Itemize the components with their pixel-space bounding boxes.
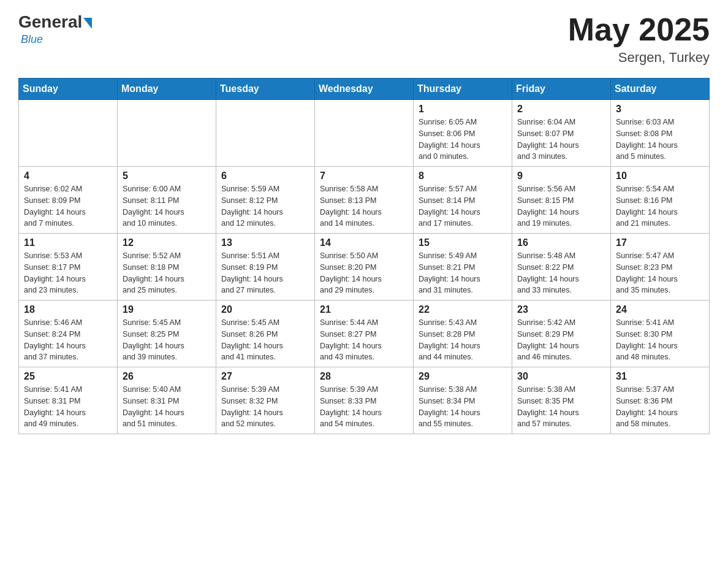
day-number: 28 [320, 371, 408, 382]
col-tuesday: Tuesday [216, 79, 315, 100]
calendar-cell-4-4: 29Sunrise: 5:38 AMSunset: 8:34 PMDayligh… [414, 367, 512, 434]
calendar-cell-1-3: 7Sunrise: 5:58 AMSunset: 8:13 PMDaylight… [315, 167, 414, 234]
calendar-header-row: Sunday Monday Tuesday Wednesday Thursday… [19, 79, 710, 100]
day-number: 5 [123, 170, 211, 182]
day-number: 12 [123, 237, 211, 248]
calendar-cell-3-2: 20Sunrise: 5:45 AMSunset: 8:26 PMDayligh… [216, 301, 315, 367]
calendar-week-5: 25Sunrise: 5:41 AMSunset: 8:31 PMDayligh… [19, 367, 710, 434]
calendar-cell-2-2: 13Sunrise: 5:51 AMSunset: 8:19 PMDayligh… [216, 234, 315, 301]
day-info: Sunrise: 5:38 AMSunset: 8:35 PMDaylight:… [517, 384, 605, 430]
calendar-week-3: 11Sunrise: 5:53 AMSunset: 8:17 PMDayligh… [19, 234, 710, 301]
calendar-cell-1-2: 6Sunrise: 5:59 AMSunset: 8:12 PMDaylight… [216, 167, 315, 234]
calendar-cell-0-5: 2Sunrise: 6:04 AMSunset: 8:07 PMDaylight… [512, 100, 611, 167]
day-number: 13 [221, 237, 309, 248]
day-number: 31 [616, 371, 704, 382]
day-number: 19 [123, 304, 211, 315]
calendar-cell-0-2 [216, 100, 315, 167]
calendar-cell-4-5: 30Sunrise: 5:38 AMSunset: 8:35 PMDayligh… [512, 367, 611, 434]
day-info: Sunrise: 5:48 AMSunset: 8:22 PMDaylight:… [517, 250, 605, 296]
day-info: Sunrise: 5:57 AMSunset: 8:14 PMDaylight:… [419, 183, 507, 229]
title-block: May 2025 Sergen, Turkey [568, 12, 710, 66]
col-wednesday: Wednesday [315, 79, 414, 100]
day-info: Sunrise: 6:03 AMSunset: 8:08 PMDaylight:… [616, 117, 704, 163]
day-info: Sunrise: 5:56 AMSunset: 8:15 PMDaylight:… [517, 183, 605, 229]
calendar-cell-2-1: 12Sunrise: 5:52 AMSunset: 8:18 PMDayligh… [118, 234, 216, 301]
day-info: Sunrise: 6:05 AMSunset: 8:06 PMDaylight:… [419, 117, 507, 163]
calendar-week-2: 4Sunrise: 6:02 AMSunset: 8:09 PMDaylight… [19, 167, 710, 234]
calendar-cell-4-0: 25Sunrise: 5:41 AMSunset: 8:31 PMDayligh… [19, 367, 118, 434]
calendar-cell-1-0: 4Sunrise: 6:02 AMSunset: 8:09 PMDaylight… [19, 167, 118, 234]
calendar-cell-3-6: 24Sunrise: 5:41 AMSunset: 8:30 PMDayligh… [611, 301, 710, 367]
calendar-cell-2-5: 16Sunrise: 5:48 AMSunset: 8:22 PMDayligh… [512, 234, 611, 301]
col-thursday: Thursday [414, 79, 512, 100]
calendar-cell-4-2: 27Sunrise: 5:39 AMSunset: 8:32 PMDayligh… [216, 367, 315, 434]
day-number: 30 [517, 371, 605, 382]
day-number: 3 [616, 104, 704, 115]
logo-blue-text: Blue [21, 33, 92, 46]
calendar-cell-3-5: 23Sunrise: 5:42 AMSunset: 8:29 PMDayligh… [512, 301, 611, 367]
day-info: Sunrise: 5:38 AMSunset: 8:34 PMDaylight:… [419, 384, 507, 430]
day-info: Sunrise: 5:52 AMSunset: 8:18 PMDaylight:… [123, 250, 211, 296]
logo-general-text: General [18, 12, 82, 32]
day-info: Sunrise: 5:39 AMSunset: 8:33 PMDaylight:… [320, 384, 408, 430]
day-info: Sunrise: 5:41 AMSunset: 8:30 PMDaylight:… [616, 317, 704, 363]
calendar-cell-0-0 [19, 100, 118, 167]
calendar-week-4: 18Sunrise: 5:46 AMSunset: 8:24 PMDayligh… [19, 301, 710, 367]
day-number: 16 [517, 237, 605, 248]
day-info: Sunrise: 5:43 AMSunset: 8:28 PMDaylight:… [419, 317, 507, 363]
day-info: Sunrise: 5:51 AMSunset: 8:19 PMDaylight:… [221, 250, 309, 296]
day-info: Sunrise: 5:39 AMSunset: 8:32 PMDaylight:… [221, 384, 309, 430]
day-number: 23 [517, 304, 605, 315]
day-number: 27 [221, 371, 309, 382]
day-info: Sunrise: 5:54 AMSunset: 8:16 PMDaylight:… [616, 183, 704, 229]
day-number: 7 [320, 170, 408, 182]
calendar-cell-4-3: 28Sunrise: 5:39 AMSunset: 8:33 PMDayligh… [315, 367, 414, 434]
calendar-cell-3-1: 19Sunrise: 5:45 AMSunset: 8:25 PMDayligh… [118, 301, 216, 367]
calendar-cell-2-0: 11Sunrise: 5:53 AMSunset: 8:17 PMDayligh… [19, 234, 118, 301]
day-info: Sunrise: 5:40 AMSunset: 8:31 PMDaylight:… [123, 384, 211, 430]
day-info: Sunrise: 5:58 AMSunset: 8:13 PMDaylight:… [320, 183, 408, 229]
day-info: Sunrise: 5:41 AMSunset: 8:31 PMDaylight:… [24, 384, 112, 430]
day-number: 10 [616, 170, 704, 182]
calendar-cell-1-6: 10Sunrise: 5:54 AMSunset: 8:16 PMDayligh… [611, 167, 710, 234]
day-info: Sunrise: 5:49 AMSunset: 8:21 PMDaylight:… [419, 250, 507, 296]
day-info: Sunrise: 5:46 AMSunset: 8:24 PMDaylight:… [24, 317, 112, 363]
day-number: 6 [221, 170, 309, 182]
calendar-cell-2-4: 15Sunrise: 5:49 AMSunset: 8:21 PMDayligh… [414, 234, 512, 301]
calendar-cell-1-4: 8Sunrise: 5:57 AMSunset: 8:14 PMDaylight… [414, 167, 512, 234]
day-info: Sunrise: 6:04 AMSunset: 8:07 PMDaylight:… [517, 117, 605, 163]
day-info: Sunrise: 5:45 AMSunset: 8:26 PMDaylight:… [221, 317, 309, 363]
col-saturday: Saturday [611, 79, 710, 100]
col-friday: Friday [512, 79, 611, 100]
day-number: 11 [24, 237, 112, 248]
calendar-cell-1-5: 9Sunrise: 5:56 AMSunset: 8:15 PMDaylight… [512, 167, 611, 234]
day-info: Sunrise: 5:37 AMSunset: 8:36 PMDaylight:… [616, 384, 704, 430]
day-number: 2 [517, 104, 605, 115]
calendar-table: Sunday Monday Tuesday Wednesday Thursday… [18, 78, 710, 434]
logo: General Blue [18, 12, 92, 46]
calendar-cell-3-4: 22Sunrise: 5:43 AMSunset: 8:28 PMDayligh… [414, 301, 512, 367]
day-number: 29 [419, 371, 507, 382]
day-number: 15 [419, 237, 507, 248]
day-number: 8 [419, 170, 507, 182]
day-info: Sunrise: 5:53 AMSunset: 8:17 PMDaylight:… [24, 250, 112, 296]
day-number: 22 [419, 304, 507, 315]
day-number: 24 [616, 304, 704, 315]
logo-triangle-icon [83, 18, 92, 29]
calendar-cell-2-6: 17Sunrise: 5:47 AMSunset: 8:23 PMDayligh… [611, 234, 710, 301]
day-number: 25 [24, 371, 112, 382]
calendar-cell-4-6: 31Sunrise: 5:37 AMSunset: 8:36 PMDayligh… [611, 367, 710, 434]
calendar-cell-0-4: 1Sunrise: 6:05 AMSunset: 8:06 PMDaylight… [414, 100, 512, 167]
day-info: Sunrise: 6:02 AMSunset: 8:09 PMDaylight:… [24, 183, 112, 229]
calendar-cell-0-3 [315, 100, 414, 167]
day-number: 17 [616, 237, 704, 248]
calendar-cell-0-1 [118, 100, 216, 167]
month-year-title: May 2025 [568, 12, 710, 47]
day-number: 14 [320, 237, 408, 248]
calendar-cell-2-3: 14Sunrise: 5:50 AMSunset: 8:20 PMDayligh… [315, 234, 414, 301]
day-info: Sunrise: 6:00 AMSunset: 8:11 PMDaylight:… [123, 183, 211, 229]
day-number: 26 [123, 371, 211, 382]
day-info: Sunrise: 5:50 AMSunset: 8:20 PMDaylight:… [320, 250, 408, 296]
col-sunday: Sunday [19, 79, 118, 100]
day-number: 4 [24, 170, 112, 182]
